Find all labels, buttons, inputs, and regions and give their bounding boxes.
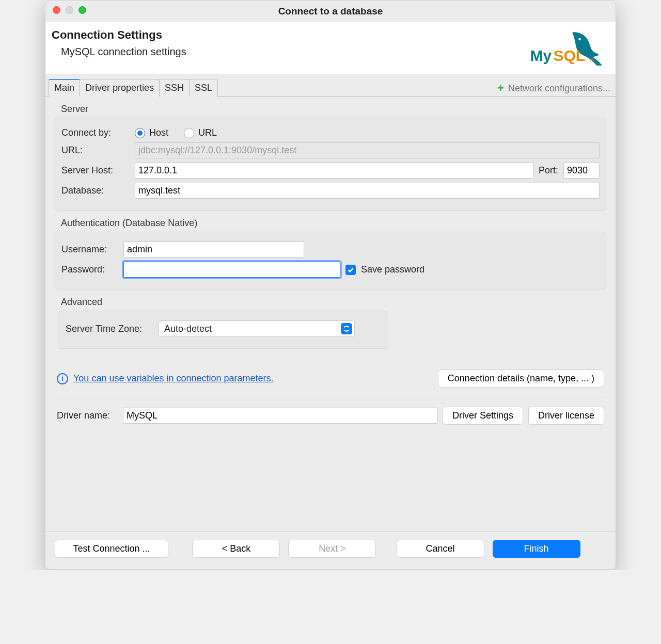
plus-icon: + [497, 83, 504, 94]
tab-driver-properties[interactable]: Driver properties [80, 79, 160, 96]
titlebar: Connect to a database [45, 1, 616, 22]
back-button[interactable]: < Back [192, 540, 280, 558]
host-field[interactable] [135, 163, 533, 179]
url-label: URL: [61, 145, 130, 156]
tab-main[interactable]: Main [49, 79, 80, 96]
driver-name-label: Driver name: [57, 410, 118, 421]
username-field[interactable] [123, 242, 304, 257]
svg-text:®: ® [590, 57, 594, 63]
page-title: Connection Settings [52, 28, 186, 42]
tab-ssl[interactable]: SSL [189, 79, 218, 96]
close-icon[interactable] [53, 6, 60, 14]
svg-point-0 [578, 38, 581, 41]
driver-license-button[interactable]: Driver license [528, 407, 604, 425]
advanced-group: Server Time Zone: Auto-detect [58, 311, 388, 349]
auth-group-label: Authentication (Database Native) [61, 218, 610, 229]
server-group-label: Server [61, 104, 610, 115]
page-subtitle: MySQL connection settings [61, 46, 186, 58]
advanced-group-label: Advanced [61, 297, 610, 308]
network-configurations-label: Network configurations... [508, 83, 610, 94]
window-title: Connect to a database [278, 6, 383, 17]
password-label: Password: [61, 264, 118, 275]
footer: Test Connection ... < Back Next > Cancel… [45, 531, 616, 569]
finish-button[interactable]: Finish [493, 540, 580, 558]
variables-link[interactable]: You can use variables in connection para… [73, 373, 274, 384]
database-label: Database: [61, 185, 130, 196]
next-button: Next > [288, 540, 376, 558]
save-password-checkbox[interactable] [345, 265, 356, 275]
tz-label: Server Time Zone: [66, 324, 153, 334]
auth-group: Username: Password: Save password [54, 232, 607, 289]
port-label: Port: [539, 165, 558, 176]
chevron-down-icon [341, 323, 352, 334]
info-icon: i [57, 373, 68, 384]
radio-url[interactable]: URL [184, 127, 217, 138]
url-field [135, 142, 600, 158]
save-password-label: Save password [361, 264, 424, 275]
svg-text:My: My [530, 47, 552, 64]
port-field[interactable] [563, 163, 600, 179]
cancel-button[interactable]: Cancel [397, 540, 484, 558]
radio-host[interactable]: Host [135, 127, 168, 138]
database-field[interactable] [135, 183, 600, 199]
driver-name-field[interactable] [123, 408, 437, 424]
tz-value: Auto-detect [164, 324, 341, 334]
minimize-icon[interactable] [66, 6, 73, 14]
tab-ssh[interactable]: SSH [159, 79, 190, 96]
driver-settings-button[interactable]: Driver Settings [443, 407, 523, 425]
header: Connection Settings MySQL connection set… [45, 22, 616, 74]
server-group: Connect by: Host URL URL: Server Host: P… [54, 118, 607, 211]
network-configurations-button[interactable]: + Network configurations... [497, 83, 610, 96]
svg-text:SQL: SQL [554, 47, 586, 64]
dialog-window: Connect to a database Connection Setting… [45, 0, 616, 570]
zoom-icon[interactable] [78, 6, 86, 14]
username-label: Username: [61, 244, 118, 255]
connect-by-label: Connect by: [61, 127, 130, 138]
host-label: Server Host: [61, 165, 130, 176]
radio-icon [135, 128, 145, 138]
radio-icon [184, 128, 194, 138]
main-panel: Server Connect by: Host URL URL: Server … [45, 96, 616, 531]
tab-bar: Main Driver properties SSH SSL + Network… [45, 78, 616, 96]
test-connection-button[interactable]: Test Connection ... [55, 540, 168, 558]
mysql-logo: My SQL ® [528, 28, 605, 69]
tz-select[interactable]: Auto-detect [159, 320, 355, 337]
password-field[interactable] [123, 262, 340, 278]
connection-details-button[interactable]: Connection details (name, type, ... ) [438, 369, 604, 388]
window-controls [53, 6, 86, 14]
